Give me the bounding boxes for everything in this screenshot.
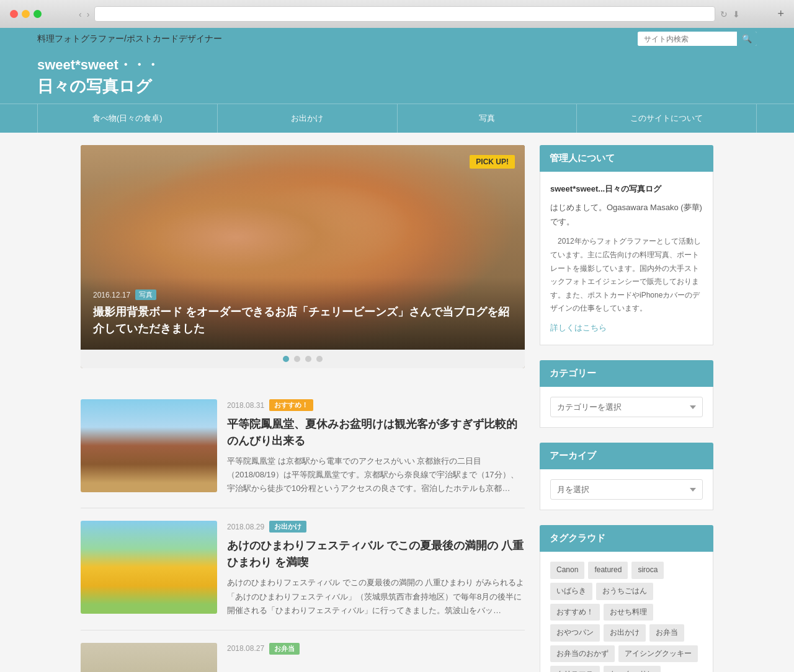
address-bar: ‹ › ↻ ⬇ (79, 6, 740, 22)
about-detail-link[interactable]: 詳しくはこちら (550, 321, 703, 335)
post-excerpt: 平等院鳳凰堂 は京都駅から電車でのアクセスがいい 京都旅行の二日目（2018/0… (227, 454, 525, 495)
post-tag[interactable]: おすすめ！ (269, 399, 313, 411)
dot-2[interactable] (294, 356, 300, 362)
archive-select[interactable]: 月を選択 (550, 479, 703, 500)
search-box: 🔍 (638, 32, 757, 46)
dot-4[interactable] (316, 356, 323, 362)
tag-item[interactable]: クリスマス (550, 666, 600, 672)
temple-image (81, 399, 217, 492)
category-widget-body: カテゴリーを選択 (540, 387, 713, 428)
post-content: 2018.08.29 お出かけ あけのひまわりフェスティバル でこの夏最後の満開… (227, 521, 525, 617)
url-input[interactable] (94, 6, 715, 22)
category-widget: カテゴリー カテゴリーを選択 (540, 360, 713, 428)
back-button[interactable]: ‹ (79, 9, 82, 19)
content-area: PICK UP! 2016.12.17 写真 撮影用背景ボード をオーダーできる… (43, 133, 751, 672)
about-widget-body: sweet*sweet...日々の写真ログ はじめまして。Ogasawara M… (540, 172, 713, 345)
tag-cloud-widget: タグクラウド Canonfeaturedsirocaいばらきおうちごはんおすすめ… (540, 525, 713, 672)
post-list: 2018.08.31 おすすめ！ 平等院鳳凰堂、夏休みお盆明けは観光客が多すぎず… (81, 387, 525, 672)
tag-item[interactable]: おうちごはん (596, 583, 653, 600)
tag-item[interactable]: アイシングクッキー (618, 645, 698, 663)
hero-caption: 2016.12.17 写真 撮影用背景ボード をオーダーできるお店「チェリービー… (81, 277, 525, 350)
search-input[interactable] (638, 32, 737, 46)
download-button[interactable]: ⬇ (733, 9, 740, 19)
post-date: 2018.08.31 (227, 401, 264, 410)
tag-item[interactable]: ケーク・サレ (604, 666, 661, 672)
refresh-button[interactable]: ↻ (720, 9, 728, 19)
tag-item[interactable]: おせち料理 (604, 604, 653, 621)
post-tag[interactable]: お弁当 (269, 643, 300, 655)
tag-item[interactable]: お弁当のおかず (550, 645, 615, 663)
about-profile-text: 2012年からフォトグラファーとして活動しています。主に広告向けの料理写真、ポー… (550, 235, 703, 316)
title-bar: ‹ › ↻ ⬇ + (0, 0, 794, 28)
minimize-button[interactable] (22, 10, 30, 18)
hero-slider[interactable]: PICK UP! 2016.12.17 写真 撮影用背景ボード をオーダーできる… (81, 145, 525, 368)
window-chrome: ‹ › ↻ ⬇ + (0, 0, 794, 28)
hero-meta: 2016.12.17 写真 (93, 290, 512, 300)
tag-cloud-body: Canonfeaturedsirocaいばらきおうちごはんおすすめ！おせち料理お… (540, 552, 713, 672)
dot-1[interactable] (283, 356, 289, 362)
tag-item[interactable]: Canon (550, 562, 584, 579)
post-meta: 2018.08.29 お出かけ (227, 521, 525, 533)
tag-item[interactable]: おすすめ！ (550, 604, 600, 621)
about-widget: 管理人について sweet*sweet...日々の写真ログ はじめまして。Oga… (540, 145, 713, 345)
top-bar: 料理フォトグラファー/ポストカードデザイナー 🔍 (0, 28, 794, 50)
about-blog-name: sweet*sweet...日々の写真ログ (550, 182, 703, 196)
tag-cloud: Canonfeaturedsirocaいばらきおうちごはんおすすめ！おせち料理お… (550, 562, 703, 672)
post-meta: 2018.08.31 おすすめ！ (227, 399, 525, 411)
hero-date: 2016.12.17 (93, 291, 130, 299)
post-thumbnail (81, 399, 217, 492)
maximize-button[interactable] (33, 10, 42, 18)
post-excerpt: あけのひまわりフェスティバル でこの夏最後の満開の 八重ひまわり がみられるよ「… (227, 576, 525, 617)
placeholder-image (81, 643, 217, 672)
slider-dots (81, 350, 525, 368)
tag-item[interactable]: siroca (631, 562, 664, 579)
list-item: 2018.08.29 お出かけ あけのひまわりフェスティバル でこの夏最後の満開… (81, 508, 525, 630)
pickup-badge: PICK UP! (470, 155, 515, 169)
tag-item[interactable]: おやつパン (550, 624, 600, 642)
post-date: 2018.08.29 (227, 523, 264, 531)
sidebar: 管理人について sweet*sweet...日々の写真ログ はじめまして。Oga… (540, 145, 713, 672)
site-tagline: 料理フォトグラファー/ポストカードデザイナー (37, 33, 222, 45)
post-title[interactable]: あけのひまわりフェスティバル でこの夏最後の満開の 八重ひまわり を満喫 (227, 537, 525, 571)
post-title[interactable]: 平等院鳳凰堂、夏休みお盆明けは観光客が多すぎず比較的のんびり出来る (227, 416, 525, 449)
close-button[interactable] (10, 10, 18, 18)
sunflower-image (81, 521, 217, 614)
main-navigation: 食べ物(日々の食卓) お出かけ 写真 このサイトについて (0, 104, 794, 133)
list-item: 2018.08.31 おすすめ！ 平等院鳳凰堂、夏休みお盆明けは観光客が多すぎず… (81, 387, 525, 508)
post-thumbnail (81, 521, 217, 614)
hero-image: PICK UP! 2016.12.17 写真 撮影用背景ボード をオーダーできる… (81, 145, 525, 350)
site-name-line2: 日々の写真ログ (37, 75, 757, 97)
post-content: 2018.08.27 お弁当 (227, 643, 525, 672)
nav-item-photo[interactable]: 写真 (398, 104, 577, 133)
tag-item[interactable]: お弁当 (649, 624, 684, 642)
nav-item-about[interactable]: このサイトについて (577, 104, 756, 133)
site-wrapper: 料理フォトグラファー/ポストカードデザイナー 🔍 sweet*sweet・・・ … (0, 28, 794, 672)
nav-item-food[interactable]: 食べ物(日々の食卓) (38, 104, 217, 133)
site-name-line1: sweet*sweet・・・ (37, 56, 757, 75)
list-item: 2018.08.27 お弁当 (81, 630, 525, 672)
site-title: sweet*sweet・・・ 日々の写真ログ (37, 56, 757, 104)
archive-widget-title: アーカイブ (540, 443, 713, 469)
about-widget-title: 管理人について (540, 145, 713, 172)
tag-item[interactable]: お出かけ (604, 624, 646, 642)
new-tab-button[interactable]: + (777, 7, 784, 20)
nav-item-outing[interactable]: お出かけ (218, 104, 397, 133)
tag-item[interactable]: いばらき (550, 583, 592, 600)
post-thumbnail (81, 643, 217, 672)
post-meta: 2018.08.27 お弁当 (227, 643, 525, 655)
archive-widget: アーカイブ 月を選択 (540, 443, 713, 510)
hero-title: 撮影用背景ボード をオーダーできるお店「チェリービーンズ」さんで当ブログを紹介し… (93, 304, 512, 337)
dot-3[interactable] (305, 356, 311, 362)
category-select[interactable]: カテゴリーを選択 (550, 397, 703, 417)
post-date: 2018.08.27 (227, 644, 264, 653)
main-content: PICK UP! 2016.12.17 写真 撮影用背景ボード をオーダーできる… (81, 145, 525, 672)
forward-button[interactable]: › (87, 9, 90, 19)
tag-cloud-title: タグクラウド (540, 525, 713, 552)
search-button[interactable]: 🔍 (737, 32, 757, 46)
site-header: sweet*sweet・・・ 日々の写真ログ (0, 50, 794, 104)
post-tag[interactable]: お出かけ (269, 521, 306, 533)
about-greeting: はじめまして。Ogasawara Masako (夢華) です。 (550, 200, 703, 229)
window-buttons (10, 10, 42, 18)
category-widget-title: カテゴリー (540, 360, 713, 387)
tag-item[interactable]: featured (588, 562, 628, 579)
